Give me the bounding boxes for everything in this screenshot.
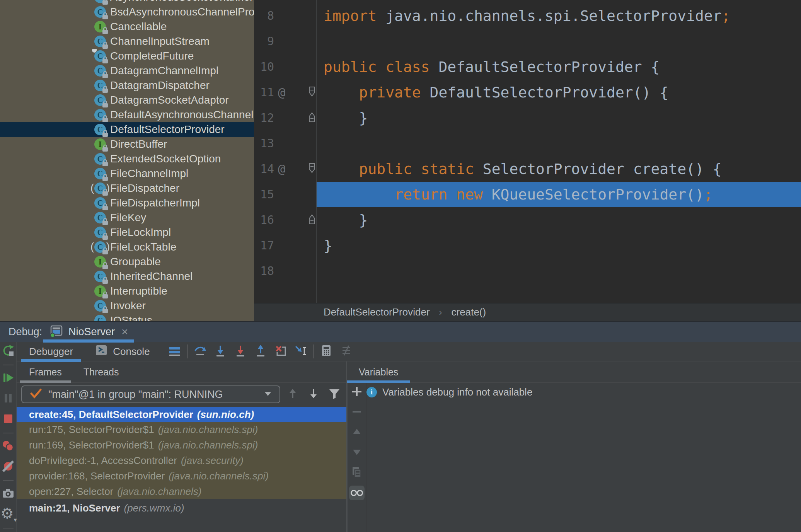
- breadcrumb-method[interactable]: create(): [452, 306, 486, 318]
- line-number[interactable]: 12: [254, 105, 274, 131]
- code-line[interactable]: 17}: [254, 233, 801, 258]
- list-item[interactable]: CFileChannelImpl: [0, 166, 254, 181]
- list-item[interactable]: CExtendedSocketOption: [0, 152, 254, 166]
- list-item[interactable]: CChannelInputStream: [0, 34, 254, 49]
- line-number[interactable]: 17: [254, 233, 274, 258]
- list-item[interactable]: CDatagramDispatcher: [0, 78, 254, 93]
- close-icon[interactable]: ×: [121, 325, 128, 338]
- line-number[interactable]: 14: [254, 156, 274, 182]
- rerun-button[interactable]: [1, 344, 15, 359]
- settings-button[interactable]: ⚙▾: [1, 507, 15, 522]
- tab-nioserver-session[interactable]: NioServer ×: [43, 322, 135, 342]
- code-line[interactable]: 8import java.nio.channels.spi.SelectorPr…: [254, 3, 801, 29]
- thread-selector[interactable]: "main"@1 in group "main": RUNNING: [21, 385, 280, 403]
- code-editor[interactable]: 8import java.nio.channels.spi.SelectorPr…: [254, 0, 801, 303]
- view-options-button[interactable]: [165, 343, 185, 360]
- resume-button[interactable]: [1, 371, 15, 386]
- class-icon: C: [94, 197, 106, 209]
- list-item[interactable]: IDirectBuffer: [0, 137, 254, 152]
- stack-frame-row[interactable]: provider:168, SelectorProvider(java.nio.…: [17, 468, 346, 484]
- thread-dump-button[interactable]: [1, 487, 15, 501]
- drop-frame-button[interactable]: [271, 343, 291, 360]
- code-line[interactable]: 16 }: [254, 207, 801, 233]
- line-number[interactable]: 10: [254, 54, 274, 80]
- stack-frame-row[interactable]: open:227, Selector(java.nio.channels): [17, 484, 346, 499]
- list-item[interactable]: CFileKey: [0, 210, 254, 225]
- line-number[interactable]: 11: [254, 80, 274, 105]
- fold-marker-icon[interactable]: [308, 112, 316, 124]
- code-token: return new: [394, 186, 492, 203]
- code-line[interactable]: 9: [254, 29, 801, 54]
- funnel-button[interactable]: [327, 387, 341, 401]
- up-arrow-button[interactable]: [286, 387, 300, 401]
- tab-threads[interactable]: Threads: [74, 361, 128, 383]
- stop-button[interactable]: [1, 412, 15, 427]
- type-letter: C: [97, 302, 103, 310]
- code-line[interactable]: 12 }: [254, 105, 801, 131]
- tab-variables[interactable]: Variables: [347, 361, 410, 383]
- trace-filter-button[interactable]: [336, 343, 356, 360]
- list-item[interactable]: CInvoker: [0, 298, 254, 313]
- code-line[interactable]: 10public class DefaultSelectorProvider {: [254, 54, 801, 80]
- list-item[interactable]: CFileDispatcherImpl: [0, 196, 254, 210]
- mute-breakpoints-button[interactable]: [1, 460, 15, 474]
- list-item[interactable]: IInterruptible: [0, 284, 254, 298]
- list-item[interactable]: C()FileDispatcher: [0, 181, 254, 196]
- list-item[interactable]: CDefaultSelectorProvider: [0, 122, 254, 137]
- chevron-down-icon[interactable]: [263, 389, 273, 401]
- list-item[interactable]: CInheritedChannel: [0, 269, 254, 284]
- list-item[interactable]: IGroupable: [0, 254, 254, 269]
- tab-console[interactable]: Console: [87, 342, 157, 361]
- tab-frames[interactable]: Frames: [20, 361, 71, 383]
- code-line[interactable]: 15 return new KQueueSelectorProvider();: [254, 182, 801, 207]
- line-number[interactable]: 16: [254, 207, 274, 233]
- view-breakpoints-button[interactable]: [1, 439, 15, 454]
- tab-debugger[interactable]: Debugger: [21, 342, 81, 361]
- stack-frame-row[interactable]: run:169, SelectorProvider$1(java.nio.cha…: [17, 437, 346, 453]
- stack-frame-row[interactable]: run:175, SelectorProvider$1(java.nio.cha…: [17, 422, 346, 437]
- fold-marker-icon[interactable]: [308, 86, 316, 99]
- list-item-label: Cancellable: [110, 20, 167, 33]
- evaluate-button[interactable]: [316, 343, 336, 360]
- lock-badge-icon: [102, 0, 108, 5]
- code-line[interactable]: 11@ private DefaultSelectorProvider() {: [254, 80, 801, 105]
- line-number[interactable]: 15: [254, 182, 274, 207]
- list-item[interactable]: C()FileLockTable: [0, 240, 254, 254]
- stack-frame-row[interactable]: doPrivileged:-1, AccessController(java.s…: [17, 453, 346, 468]
- down-arrow-button[interactable]: [307, 387, 320, 401]
- rerun-icon: [1, 344, 15, 359]
- list-item[interactable]: CDatagramSocketAdaptor: [0, 93, 254, 107]
- fold-marker-icon[interactable]: [308, 163, 316, 175]
- run-to-cursor-button[interactable]: [291, 343, 311, 360]
- step-out-button[interactable]: [251, 343, 271, 360]
- frame-location: (sun.nio.ch): [197, 409, 254, 421]
- stack-frame-row[interactable]: create:45, DefaultSelectorProvider(sun.n…: [17, 407, 346, 422]
- list-item[interactable]: CCompletedFuture: [0, 49, 254, 63]
- class-icon: C: [94, 80, 106, 91]
- list-item[interactable]: ICancellable: [0, 19, 254, 34]
- code-line[interactable]: 18: [254, 258, 801, 284]
- type-letter: C: [97, 96, 103, 105]
- pause-button[interactable]: [1, 392, 15, 406]
- lock-badge-icon: [102, 309, 108, 313]
- code-text: return new KQueueSelectorProvider();: [324, 182, 713, 207]
- list-item[interactable]: CFileLockImpl: [0, 225, 254, 240]
- list-item[interactable]: CAsynchronousSocketChannel: [0, 0, 254, 5]
- line-number[interactable]: 8: [254, 3, 274, 29]
- force-step-into-button[interactable]: [230, 343, 251, 360]
- breadcrumb-class[interactable]: DefaultSelectorProvider: [324, 306, 430, 318]
- fold-marker-icon[interactable]: [308, 214, 316, 226]
- line-number[interactable]: 13: [254, 131, 274, 156]
- step-over-button[interactable]: [190, 343, 210, 360]
- line-number[interactable]: 9: [254, 29, 274, 54]
- code-line[interactable]: 14@ public static SelectorProvider creat…: [254, 156, 801, 182]
- code-line[interactable]: 13: [254, 131, 801, 156]
- list-item[interactable]: CIOStatus: [0, 313, 254, 322]
- frame-text: run:175, SelectorProvider$1: [29, 424, 154, 436]
- line-number[interactable]: 18: [254, 258, 274, 284]
- list-item[interactable]: CDefaultAsynchronousChannel: [0, 107, 254, 122]
- step-into-button[interactable]: [210, 343, 230, 360]
- list-item[interactable]: CBsdAsynchronousChannelProv: [0, 5, 254, 19]
- list-item[interactable]: CDatagramChannelImpl: [0, 63, 254, 78]
- stack-frame-row[interactable]: main:21, NioServer(pers.wmx.io): [17, 500, 346, 516]
